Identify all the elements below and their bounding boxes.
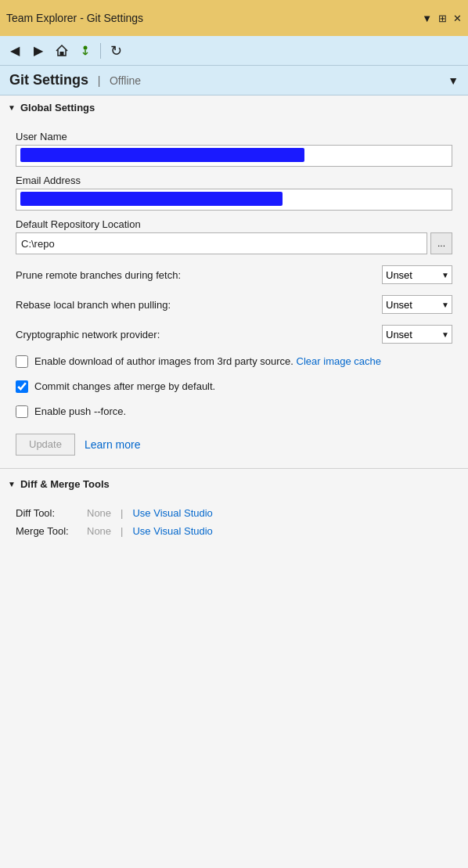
author-images-row: Enable download of author images from 3r…	[16, 355, 452, 369]
dropdown-icon[interactable]: ▼	[422, 13, 432, 24]
repo-location-input[interactable]	[16, 232, 427, 254]
crypto-dropdown-wrapper: Unset OpenSSL Schannel ▼	[382, 325, 452, 344]
merge-tool-value: None	[87, 525, 111, 537]
global-settings-label: Global Settings	[20, 102, 95, 113]
section-divider	[0, 468, 468, 469]
repo-location-row: ...	[16, 232, 452, 254]
diff-use-vs-link[interactable]: Use Visual Studio	[132, 507, 212, 519]
toolbar: ◀ ▶ ↻	[0, 36, 468, 66]
title-bar: Team Explorer - Git Settings ▼ ⊞ ✕	[0, 0, 468, 36]
user-name-label: User Name	[16, 131, 452, 142]
diff-tool-label: Diff Tool:	[16, 507, 82, 519]
rebase-label: Rebase local branch when pulling:	[16, 299, 382, 311]
prune-dropdown[interactable]: Unset True False	[382, 265, 452, 284]
global-settings-triangle: ▼	[8, 103, 16, 112]
back-button[interactable]: ◀	[5, 41, 25, 61]
crypto-dropdown[interactable]: Unset OpenSSL Schannel	[382, 325, 452, 344]
global-settings-body: User Name Email Address Default Reposito…	[0, 120, 468, 465]
header-dropdown-icon[interactable]: ▼	[448, 74, 459, 87]
update-button[interactable]: Update	[16, 434, 75, 456]
prune-row: Prune remote branches during fetch: Unse…	[16, 265, 452, 284]
rebase-dropdown[interactable]: Unset True False	[382, 295, 452, 314]
prune-dropdown-wrapper: Unset True False ▼	[382, 265, 452, 284]
close-icon[interactable]: ✕	[453, 13, 462, 24]
diff-separator: |	[121, 507, 123, 519]
refresh-button[interactable]: ↻	[106, 41, 126, 61]
prune-label: Prune remote branches during fetch:	[16, 269, 382, 281]
diff-merge-body: Diff Tool: None | Use Visual Studio Merg…	[0, 496, 468, 546]
diff-tool-value: None	[87, 507, 111, 519]
crypto-label: Cryptographic network provider:	[16, 329, 382, 340]
push-force-checkbox[interactable]	[16, 405, 28, 418]
diff-merge-label: Diff & Merge Tools	[20, 478, 110, 490]
rebase-row: Rebase local branch when pulling: Unset …	[16, 295, 452, 314]
page-title: Git Settings	[9, 72, 88, 88]
merge-use-vs-link[interactable]: Use Visual Studio	[132, 525, 212, 537]
repo-location-label: Default Repository Location	[16, 218, 452, 230]
diff-merge-triangle: ▼	[8, 480, 16, 488]
page-header-title-area: Git Settings | Offline	[9, 72, 141, 88]
connection-status: Offline	[110, 74, 141, 87]
clear-image-cache-link[interactable]: Clear image cache	[297, 355, 381, 367]
push-force-label: Enable push --force.	[34, 405, 126, 419]
rebase-dropdown-wrapper: Unset True False ▼	[382, 295, 452, 314]
browse-button[interactable]: ...	[430, 232, 452, 254]
author-images-checkbox[interactable]	[16, 355, 28, 368]
forward-button[interactable]: ▶	[28, 41, 49, 61]
pin-icon[interactable]: ⊞	[438, 13, 447, 24]
title-bar-controls: ▼ ⊞ ✕	[422, 13, 462, 24]
learn-more-link[interactable]: Learn more	[85, 438, 141, 451]
home-button[interactable]	[52, 41, 72, 61]
connect-button[interactable]	[75, 41, 95, 61]
commit-after-merge-checkbox[interactable]	[16, 380, 28, 393]
email-field-wrapper	[16, 189, 452, 211]
user-name-input[interactable]	[16, 145, 452, 167]
svg-point-1	[84, 45, 88, 49]
merge-separator: |	[121, 525, 123, 537]
push-force-row: Enable push --force.	[16, 405, 452, 419]
diff-merge-section-header[interactable]: ▼ Diff & Merge Tools	[0, 472, 468, 496]
commit-after-merge-row: Commit changes after merge by default.	[16, 380, 452, 394]
toolbar-separator	[100, 43, 101, 59]
buttons-row: Update Learn more	[16, 434, 452, 456]
email-label: Email Address	[16, 175, 452, 186]
status-separator: |	[98, 74, 101, 87]
merge-tool-row: Merge Tool: None | Use Visual Studio	[16, 525, 452, 537]
commit-after-merge-label: Commit changes after merge by default.	[34, 380, 215, 394]
svg-rect-0	[60, 52, 64, 56]
page-header: Git Settings | Offline ▼	[0, 66, 468, 95]
title-bar-text: Team Explorer - Git Settings	[6, 12, 143, 24]
author-images-label: Enable download of author images from 3r…	[34, 355, 381, 369]
email-input[interactable]	[16, 189, 452, 211]
content: ▼ Global Settings User Name Email Addres…	[0, 95, 468, 546]
user-name-field-wrapper	[16, 145, 452, 167]
crypto-row: Cryptographic network provider: Unset Op…	[16, 325, 452, 344]
merge-tool-label: Merge Tool:	[16, 525, 82, 537]
global-settings-section-header[interactable]: ▼ Global Settings	[0, 95, 468, 120]
diff-tool-row: Diff Tool: None | Use Visual Studio	[16, 507, 452, 519]
